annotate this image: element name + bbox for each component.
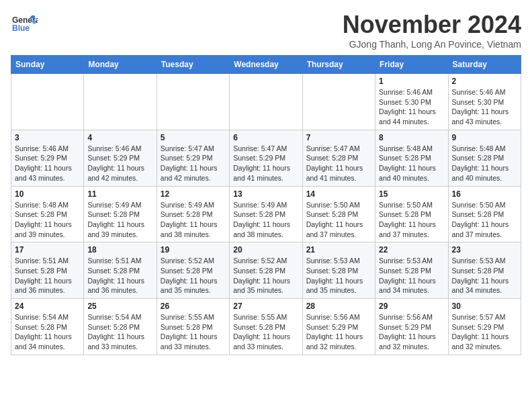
day-info: Sunrise: 5:48 AM Sunset: 5:28 PM Dayligh… <box>452 144 517 183</box>
col-header-friday: Friday <box>375 56 448 74</box>
day-info: Sunrise: 5:52 AM Sunset: 5:28 PM Dayligh… <box>233 256 298 295</box>
day-info: Sunrise: 5:56 AM Sunset: 5:29 PM Dayligh… <box>379 312 444 352</box>
week-row-1: 1Sunrise: 5:46 AM Sunset: 5:30 PM Daylig… <box>11 74 521 130</box>
day-info: Sunrise: 5:49 AM Sunset: 5:28 PM Dayligh… <box>161 200 226 240</box>
week-row-5: 24Sunrise: 5:54 AM Sunset: 5:28 PM Dayli… <box>11 299 521 355</box>
day-number: 21 <box>306 245 371 255</box>
calendar-cell: 23Sunrise: 5:53 AM Sunset: 5:28 PM Dayli… <box>448 242 521 299</box>
day-number: 27 <box>233 302 298 311</box>
day-info: Sunrise: 5:50 AM Sunset: 5:28 PM Dayligh… <box>306 200 371 240</box>
day-info: Sunrise: 5:53 AM Sunset: 5:28 PM Dayligh… <box>306 256 371 295</box>
col-header-tuesday: Tuesday <box>157 56 229 74</box>
calendar-cell: 6Sunrise: 5:47 AM Sunset: 5:29 PM Daylig… <box>230 130 302 186</box>
day-number: 19 <box>161 245 226 255</box>
day-info: Sunrise: 5:53 AM Sunset: 5:28 PM Dayligh… <box>379 256 444 295</box>
calendar-cell: 10Sunrise: 5:48 AM Sunset: 5:28 PM Dayli… <box>11 186 84 242</box>
svg-text:Blue: Blue <box>12 24 30 33</box>
day-number: 29 <box>379 302 444 311</box>
calendar-cell: 26Sunrise: 5:55 AM Sunset: 5:28 PM Dayli… <box>157 299 229 355</box>
header-row: SundayMondayTuesdayWednesdayThursdayFrid… <box>11 56 521 74</box>
day-info: Sunrise: 5:49 AM Sunset: 5:28 PM Dayligh… <box>233 200 298 240</box>
location-subtitle: GJong Thanh, Long An Povince, Vietnam <box>343 39 521 50</box>
day-number: 11 <box>87 189 152 199</box>
day-info: Sunrise: 5:46 AM Sunset: 5:30 PM Dayligh… <box>379 87 444 127</box>
day-number: 15 <box>379 189 444 199</box>
day-number: 22 <box>379 245 444 255</box>
day-number: 23 <box>452 245 517 255</box>
calendar-cell: 14Sunrise: 5:50 AM Sunset: 5:28 PM Dayli… <box>302 186 375 242</box>
calendar-cell <box>230 74 302 130</box>
day-number: 5 <box>161 133 226 142</box>
day-number: 17 <box>15 245 80 255</box>
day-number: 12 <box>161 189 226 199</box>
calendar-cell <box>157 74 229 130</box>
logo-icon: General Blue <box>11 11 38 38</box>
calendar-table: SundayMondayTuesdayWednesdayThursdayFrid… <box>11 55 521 355</box>
col-header-monday: Monday <box>84 56 157 74</box>
day-info: Sunrise: 5:51 AM Sunset: 5:28 PM Dayligh… <box>15 256 80 295</box>
day-info: Sunrise: 5:53 AM Sunset: 5:28 PM Dayligh… <box>452 256 517 295</box>
day-info: Sunrise: 5:47 AM Sunset: 5:29 PM Dayligh… <box>233 144 298 183</box>
day-number: 28 <box>306 302 371 311</box>
calendar-cell: 16Sunrise: 5:50 AM Sunset: 5:28 PM Dayli… <box>448 186 521 242</box>
title-area: November 2024 GJong Thanh, Long An Povin… <box>343 11 521 50</box>
day-info: Sunrise: 5:54 AM Sunset: 5:28 PM Dayligh… <box>15 312 80 352</box>
day-info: Sunrise: 5:46 AM Sunset: 5:29 PM Dayligh… <box>87 144 152 183</box>
calendar-cell: 12Sunrise: 5:49 AM Sunset: 5:28 PM Dayli… <box>157 186 229 242</box>
day-info: Sunrise: 5:49 AM Sunset: 5:28 PM Dayligh… <box>87 200 152 240</box>
calendar-cell: 25Sunrise: 5:54 AM Sunset: 5:28 PM Dayli… <box>84 299 157 355</box>
day-info: Sunrise: 5:56 AM Sunset: 5:29 PM Dayligh… <box>306 312 371 352</box>
calendar-cell: 3Sunrise: 5:46 AM Sunset: 5:29 PM Daylig… <box>11 130 84 186</box>
calendar-cell: 7Sunrise: 5:47 AM Sunset: 5:28 PM Daylig… <box>302 130 375 186</box>
week-row-4: 17Sunrise: 5:51 AM Sunset: 5:28 PM Dayli… <box>11 242 521 299</box>
col-header-sunday: Sunday <box>11 56 84 74</box>
day-number: 30 <box>452 302 517 311</box>
day-number: 3 <box>15 133 80 142</box>
day-number: 1 <box>379 77 444 86</box>
day-number: 6 <box>233 133 298 142</box>
day-number: 8 <box>379 133 444 142</box>
day-info: Sunrise: 5:50 AM Sunset: 5:28 PM Dayligh… <box>452 200 517 240</box>
col-header-wednesday: Wednesday <box>230 56 302 74</box>
day-number: 20 <box>233 245 298 255</box>
day-number: 18 <box>87 245 152 255</box>
day-number: 7 <box>306 133 371 142</box>
day-number: 14 <box>306 189 371 199</box>
day-info: Sunrise: 5:48 AM Sunset: 5:28 PM Dayligh… <box>15 200 80 240</box>
calendar-cell: 9Sunrise: 5:48 AM Sunset: 5:28 PM Daylig… <box>448 130 521 186</box>
header: General Blue November 2024 GJong Thanh, … <box>11 11 521 50</box>
day-info: Sunrise: 5:46 AM Sunset: 5:29 PM Dayligh… <box>15 144 80 183</box>
day-number: 16 <box>452 189 517 199</box>
day-number: 26 <box>161 302 226 311</box>
day-info: Sunrise: 5:52 AM Sunset: 5:28 PM Dayligh… <box>161 256 226 295</box>
day-info: Sunrise: 5:54 AM Sunset: 5:28 PM Dayligh… <box>87 312 152 352</box>
calendar-cell <box>11 74 84 130</box>
calendar-cell: 20Sunrise: 5:52 AM Sunset: 5:28 PM Dayli… <box>230 242 302 299</box>
calendar-cell: 2Sunrise: 5:46 AM Sunset: 5:30 PM Daylig… <box>448 74 521 130</box>
day-info: Sunrise: 5:47 AM Sunset: 5:28 PM Dayligh… <box>306 144 371 183</box>
calendar-cell: 22Sunrise: 5:53 AM Sunset: 5:28 PM Dayli… <box>375 242 448 299</box>
day-number: 10 <box>15 189 80 199</box>
week-row-2: 3Sunrise: 5:46 AM Sunset: 5:29 PM Daylig… <box>11 130 521 186</box>
calendar-cell: 28Sunrise: 5:56 AM Sunset: 5:29 PM Dayli… <box>302 299 375 355</box>
day-info: Sunrise: 5:55 AM Sunset: 5:28 PM Dayligh… <box>233 312 298 352</box>
calendar-cell: 19Sunrise: 5:52 AM Sunset: 5:28 PM Dayli… <box>157 242 229 299</box>
day-info: Sunrise: 5:48 AM Sunset: 5:28 PM Dayligh… <box>379 144 444 183</box>
day-number: 9 <box>452 133 517 142</box>
calendar-cell: 13Sunrise: 5:49 AM Sunset: 5:28 PM Dayli… <box>230 186 302 242</box>
day-number: 13 <box>233 189 298 199</box>
day-number: 24 <box>15 302 80 311</box>
day-number: 25 <box>87 302 152 311</box>
col-header-saturday: Saturday <box>448 56 521 74</box>
calendar-cell: 1Sunrise: 5:46 AM Sunset: 5:30 PM Daylig… <box>375 74 448 130</box>
col-header-thursday: Thursday <box>302 56 375 74</box>
day-number: 2 <box>452 77 517 86</box>
calendar-cell: 18Sunrise: 5:51 AM Sunset: 5:28 PM Dayli… <box>84 242 157 299</box>
day-info: Sunrise: 5:55 AM Sunset: 5:28 PM Dayligh… <box>161 312 226 352</box>
month-title: November 2024 <box>343 11 521 39</box>
calendar-cell: 15Sunrise: 5:50 AM Sunset: 5:28 PM Dayli… <box>375 186 448 242</box>
week-row-3: 10Sunrise: 5:48 AM Sunset: 5:28 PM Dayli… <box>11 186 521 242</box>
calendar-cell: 24Sunrise: 5:54 AM Sunset: 5:28 PM Dayli… <box>11 299 84 355</box>
calendar-cell <box>84 74 157 130</box>
calendar-cell: 27Sunrise: 5:55 AM Sunset: 5:28 PM Dayli… <box>230 299 302 355</box>
